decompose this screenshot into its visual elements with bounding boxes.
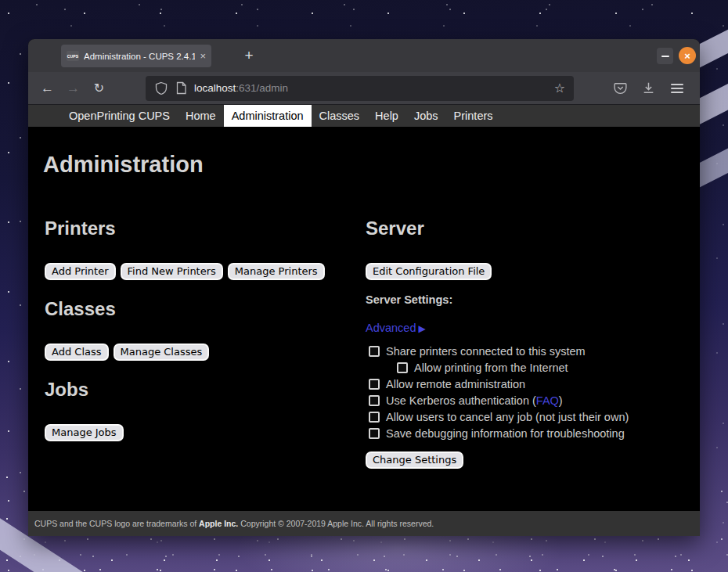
advanced-link-row: Advanced▶ — [366, 320, 683, 337]
page-icon[interactable] — [175, 81, 187, 95]
setting-row: Save debugging information for troublesh… — [366, 425, 683, 441]
tab-close-icon[interactable]: × — [200, 51, 206, 61]
kerberos-label-after: ) — [559, 394, 563, 407]
jobs-buttons: Manage Jobs — [45, 424, 362, 441]
browser-window: CUPS Administration - CUPS 2.4.1 × + × ←… — [28, 39, 700, 536]
right-column: Server Edit Configuration File Server Se… — [364, 178, 685, 470]
share-printers-checkbox[interactable] — [369, 346, 380, 357]
checkbox-label: Allow printing from the Internet — [414, 362, 568, 374]
browser-toolbar: ← → ↻ localhost:631/admin ☆ — [28, 72, 700, 105]
desktop-background: CUPS Administration - CUPS 2.4.1 × + × ←… — [0, 0, 728, 572]
server-heading: Server — [366, 218, 683, 239]
download-icon[interactable] — [641, 81, 656, 95]
nav-item-administration[interactable]: Administration — [224, 105, 312, 127]
cups-nav-bar: OpenPrinting CUPS Home Administration Cl… — [28, 105, 700, 127]
checkbox-label: Share printers connected to this system — [386, 345, 586, 358]
advanced-expand-icon[interactable]: ▶ — [419, 323, 426, 334]
printers-heading: Printers — [45, 218, 362, 239]
server-settings-checkboxes: Share printers connected to this system … — [366, 343, 683, 441]
jobs-heading: Jobs — [45, 379, 362, 401]
cups-favicon-icon: CUPS — [67, 51, 79, 61]
find-new-printers-button[interactable]: Find New Printers — [121, 263, 223, 280]
toolbar-actions — [613, 81, 694, 95]
allow-remote-admin-checkbox[interactable] — [369, 379, 380, 390]
reload-button[interactable]: ↻ — [86, 77, 112, 100]
nav-item-printers[interactable]: Printers — [446, 105, 501, 127]
page-content: Administration Printers Add Printer Find… — [28, 127, 700, 511]
footer-text: Copyright © 2007-2019 Apple Inc. All rig… — [238, 519, 434, 528]
url-host: localhost — [194, 82, 236, 94]
manage-printers-button[interactable]: Manage Printers — [228, 263, 325, 280]
server-buttons: Edit Configuration File — [366, 263, 683, 280]
footer-text: CUPS and the CUPS logo are trademarks of — [34, 519, 199, 528]
nav-item-openprinting-cups[interactable]: OpenPrinting CUPS — [61, 105, 178, 127]
add-class-button[interactable]: Add Class — [45, 344, 109, 361]
minimize-icon — [661, 56, 669, 57]
add-printer-button[interactable]: Add Printer — [45, 263, 116, 280]
change-settings-row: Change Settings — [366, 451, 683, 469]
window-close-button[interactable]: × — [679, 47, 696, 64]
setting-row: Use Kerberos authentication (FAQ) — [366, 392, 683, 408]
browser-titlebar: CUPS Administration - CUPS 2.4.1 × + × — [28, 39, 700, 72]
manage-jobs-button[interactable]: Manage Jobs — [45, 424, 124, 441]
page-footer: CUPS and the CUPS logo are trademarks of… — [28, 511, 700, 536]
forward-button[interactable]: → — [60, 77, 86, 100]
nav-item-help[interactable]: Help — [367, 105, 406, 127]
change-settings-button[interactable]: Change Settings — [366, 451, 463, 469]
pocket-icon[interactable] — [613, 81, 628, 95]
url-bar[interactable]: localhost:631/admin ☆ — [146, 76, 574, 101]
hamburger-icon — [671, 88, 683, 89]
manage-classes-button[interactable]: Manage Classes — [114, 344, 210, 361]
nav-item-jobs[interactable]: Jobs — [406, 105, 446, 127]
classes-heading: Classes — [45, 298, 362, 320]
back-button[interactable]: ← — [34, 77, 60, 100]
shield-icon[interactable] — [154, 81, 168, 95]
page-title: Administration — [43, 151, 685, 178]
kerberos-label-before: Use Kerberos authentication ( — [386, 394, 536, 407]
two-column-layout: Printers Add Printer Find New Printers M… — [28, 178, 700, 470]
kerberos-auth-checkbox[interactable] — [369, 395, 380, 406]
printers-buttons: Add Printer Find New Printers Manage Pri… — [45, 263, 362, 280]
left-column: Printers Add Printer Find New Printers M… — [43, 178, 364, 470]
edit-configuration-file-button[interactable]: Edit Configuration File — [366, 263, 492, 280]
window-minimize-button[interactable] — [657, 48, 673, 64]
browser-tab[interactable]: CUPS Administration - CUPS 2.4.1 × — [61, 45, 211, 67]
save-debug-info-checkbox[interactable] — [369, 428, 380, 439]
apple-inc-link[interactable]: Apple Inc. — [199, 519, 238, 528]
checkbox-label: Use Kerberos authentication (FAQ) — [386, 394, 563, 407]
nav-item-home[interactable]: Home — [178, 105, 224, 127]
nav-item-classes[interactable]: Classes — [312, 105, 368, 127]
checkbox-label: Allow remote administration — [386, 378, 525, 390]
menu-button[interactable] — [669, 83, 685, 94]
checkbox-label: Allow users to cancel any job (not just … — [386, 411, 629, 423]
faq-link[interactable]: FAQ — [536, 394, 559, 407]
classes-buttons: Add Class Manage Classes — [45, 344, 362, 361]
setting-row: Share printers connected to this system — [366, 343, 683, 359]
url-path: :631/admin — [236, 82, 288, 94]
advanced-link[interactable]: Advanced — [366, 322, 416, 334]
tab-title: Administration - CUPS 2.4.1 — [84, 52, 195, 61]
new-tab-button[interactable]: + — [240, 46, 258, 65]
setting-row: Allow printing from the Internet — [394, 359, 683, 376]
checkbox-label: Save debugging information for troublesh… — [386, 427, 625, 440]
server-settings-label: Server Settings: — [366, 292, 683, 308]
url-text: localhost:631/admin — [194, 82, 288, 94]
allow-internet-printing-checkbox[interactable] — [397, 362, 408, 373]
allow-cancel-any-job-checkbox[interactable] — [369, 412, 380, 423]
setting-row: Allow users to cancel any job (not just … — [366, 408, 683, 425]
setting-row: Allow remote administration — [366, 376, 683, 392]
bookmark-star-icon[interactable]: ☆ — [554, 82, 565, 95]
